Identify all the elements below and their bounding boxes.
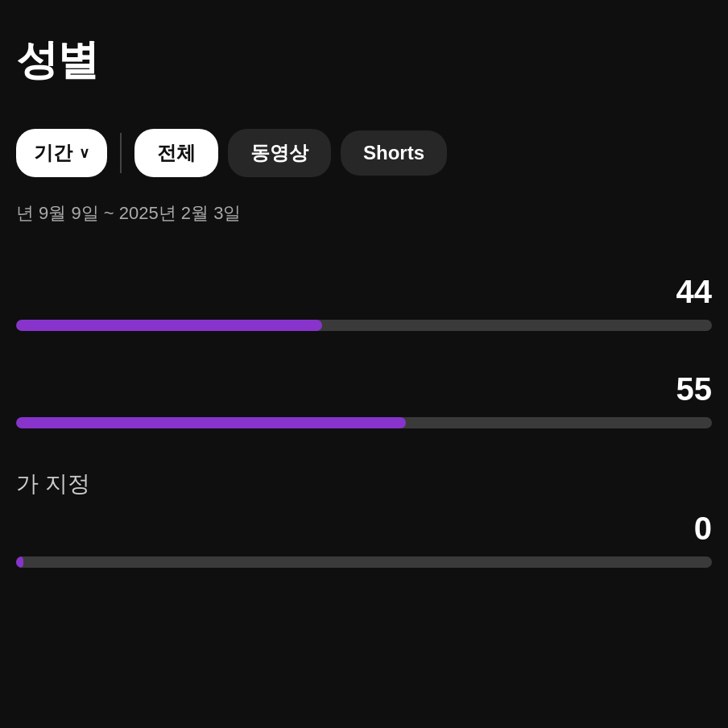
- bar-container-male: [16, 320, 712, 331]
- tab-video[interactable]: 동영상: [228, 129, 331, 177]
- page-title: 성별: [16, 32, 728, 89]
- tab-shorts[interactable]: Shorts: [341, 130, 447, 176]
- tab-all[interactable]: 전체: [134, 129, 218, 177]
- stats-section: 44 55 가 지정 0: [16, 274, 728, 568]
- period-label: 기간: [34, 140, 72, 166]
- bar-fill-male: [16, 320, 322, 331]
- unknown-section: 가 지정 0: [16, 469, 728, 568]
- page-container: 성별 기간 ∨ 전체 동영상 Shorts 년 9월 9일 ~ 2025년 2월…: [0, 0, 728, 728]
- bar-container-female: [16, 417, 712, 428]
- unknown-label: 가 지정: [16, 469, 728, 499]
- filter-row: 기간 ∨ 전체 동영상 Shorts: [16, 129, 728, 177]
- bar-fill-unknown: [16, 556, 23, 568]
- date-range: 년 9월 9일 ~ 2025년 2월 3일: [16, 201, 728, 225]
- stat-value-female: 55: [16, 371, 728, 407]
- bar-container-unknown: [16, 556, 712, 568]
- stat-value-male: 44: [16, 274, 728, 310]
- bar-fill-female: [16, 417, 406, 428]
- stat-row-female: 55: [16, 371, 728, 428]
- chevron-down-icon: ∨: [79, 144, 89, 162]
- unknown-value: 0: [16, 511, 728, 547]
- stat-row-male: 44: [16, 274, 728, 331]
- vertical-divider: [120, 133, 122, 173]
- period-filter-button[interactable]: 기간 ∨: [16, 129, 107, 177]
